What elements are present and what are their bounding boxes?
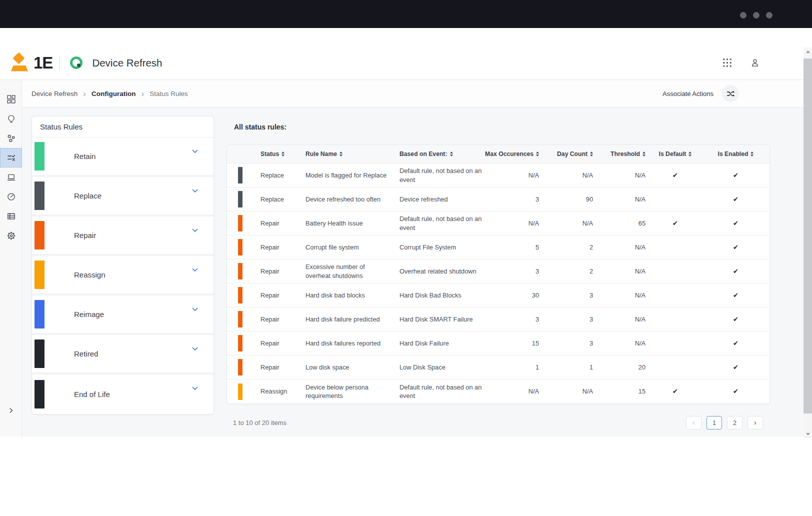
table-row[interactable]: Repair Hard disk failure predicted Hard … [227, 308, 770, 332]
nav-rail [0, 80, 22, 436]
status-rule-item[interactable]: Retain [32, 138, 214, 177]
chevron-down-icon[interactable] [191, 148, 199, 156]
cell-based-on-event: Default rule, not based on an event [394, 212, 486, 235]
chevron-down-icon[interactable] [191, 345, 199, 353]
status-rule-label: End of Life [74, 390, 110, 398]
cell-is-enabled: ✔ [702, 336, 770, 351]
rules-check-icon [7, 154, 16, 162]
sidebar-expand-button[interactable] [0, 406, 22, 416]
cell-is-enabled: ✔ [702, 264, 770, 279]
chevron-down-icon[interactable] [191, 187, 199, 195]
shuffle-icon [726, 90, 735, 98]
status-rule-item[interactable]: Reimage [32, 296, 214, 335]
sort-icon[interactable] [282, 152, 284, 156]
breadcrumb-item: Status Rules [150, 90, 188, 98]
cell-is-enabled: ✔ [702, 168, 770, 183]
chevron-down-icon[interactable] [191, 384, 199, 392]
sidebar-item-reports[interactable] [0, 206, 22, 226]
cell-is-default [648, 316, 702, 322]
column-header[interactable]: Rule Name [300, 150, 394, 158]
table-row[interactable]: Repair Corrupt file system Corrupt File … [227, 236, 770, 260]
status-rule-item[interactable]: End of Life [32, 374, 214, 414]
column-header[interactable]: Is Default [648, 150, 702, 158]
page-button[interactable]: 2 [727, 416, 742, 430]
column-header[interactable]: Day Count [542, 150, 596, 158]
sort-icon[interactable] [688, 152, 692, 156]
cell-status: Replace [250, 168, 300, 182]
status-color-bar [238, 167, 242, 184]
breadcrumb-item[interactable]: Device Refresh [32, 90, 78, 98]
cell-is-enabled: ✔ [702, 384, 770, 399]
cell-is-default [648, 196, 702, 202]
sidebar-item-dashboard[interactable] [0, 90, 22, 109]
status-rule-item[interactable]: Reassign [32, 256, 214, 296]
table-row[interactable]: Repair Battery Health issue Default rule… [227, 212, 770, 236]
user-icon[interactable] [750, 58, 760, 68]
status-color-bar [34, 260, 44, 289]
associate-actions-shuffle-button[interactable] [722, 85, 739, 102]
sidebar-item-devices[interactable] [0, 168, 22, 187]
table-row[interactable]: Replace Model is flagged for Replace Def… [227, 164, 770, 188]
status-color-bar [34, 380, 44, 408]
cell-max-occurences: 3 [486, 312, 542, 326]
cell-rule-name: Corrupt file system [300, 240, 394, 254]
table-row[interactable]: Repair Low disk space Low Disk Space 1 1… [227, 356, 770, 380]
window-dot[interactable] [740, 12, 746, 18]
next-page-button[interactable]: › [748, 416, 763, 430]
window-dot[interactable] [766, 12, 772, 18]
sidebar-item-performance[interactable] [0, 187, 22, 206]
chevron-right-icon [8, 407, 14, 414]
sort-icon[interactable] [750, 152, 754, 156]
app-header: 1E Device Refresh [0, 28, 812, 80]
status-color-bar [34, 300, 44, 328]
column-header[interactable]: Max Occurences [486, 150, 542, 158]
column-header[interactable]: Is Enabled [702, 150, 770, 158]
window-dot[interactable] [753, 12, 760, 18]
brand-logo[interactable]: 1E [10, 52, 52, 74]
table-row[interactable]: Repair Hard disk bad blocks Hard Disk Ba… [227, 284, 770, 308]
chevron-down-icon[interactable] [191, 306, 199, 314]
cell-is-default [648, 244, 702, 250]
page-scrollbar[interactable] [804, 48, 812, 438]
sort-icon[interactable] [450, 152, 453, 156]
sort-icon[interactable] [536, 152, 539, 156]
status-rule-item[interactable]: Repair [32, 216, 214, 256]
table-row[interactable]: Replace Device refreshed too often Devic… [227, 188, 770, 212]
chevron-down-icon[interactable] [191, 226, 199, 234]
status-rule-label: Retain [74, 152, 96, 160]
cell-threshold: N/A [596, 168, 648, 182]
breadcrumb-item[interactable]: Configuration [92, 90, 136, 98]
status-color-bar [238, 335, 242, 352]
column-header[interactable]: Based on Event: [394, 150, 486, 158]
apps-grid-icon[interactable] [722, 58, 732, 68]
sort-icon[interactable] [590, 152, 593, 156]
table-row[interactable]: Reassign Device below persona requiremen… [227, 380, 770, 404]
cell-rule-name: Low disk space [300, 360, 394, 374]
cell-day-count: N/A [542, 216, 596, 230]
column-header-label: Day Count [557, 150, 588, 158]
sidebar-item-connections[interactable] [0, 128, 22, 148]
column-header[interactable]: Threshold [596, 150, 648, 158]
cell-based-on-event: Low Disk Space [394, 360, 486, 374]
scrollbar-thumb[interactable] [804, 58, 812, 414]
cell-max-occurences: 3 [486, 192, 542, 206]
nodes-icon [7, 134, 16, 142]
associate-actions-button[interactable]: Associate Actions [662, 90, 714, 98]
sidebar-item-insights[interactable] [0, 109, 22, 128]
column-header[interactable]: Status [250, 150, 300, 158]
table-row[interactable]: Repair Hard disk failures reported Hard … [227, 332, 770, 356]
scroll-down-icon[interactable] [804, 430, 812, 438]
chevron-down-icon[interactable] [191, 266, 199, 274]
page-button[interactable]: 1 [706, 416, 722, 430]
sort-icon[interactable] [642, 152, 646, 156]
column-header-label: Based on Event: [400, 150, 448, 158]
sidebar-item-settings[interactable] [0, 226, 22, 246]
status-rule-item[interactable]: Retired [32, 335, 214, 374]
scroll-up-icon[interactable] [804, 48, 812, 56]
prev-page-button[interactable]: ‹ [686, 416, 702, 430]
status-rule-item[interactable]: Replace [32, 177, 214, 216]
table-row[interactable]: Repair Excessive number of overheat shut… [227, 260, 770, 284]
sidebar-item-status-rules[interactable] [0, 148, 22, 168]
cell-day-count: 3 [542, 336, 596, 350]
sort-icon[interactable] [340, 152, 342, 156]
